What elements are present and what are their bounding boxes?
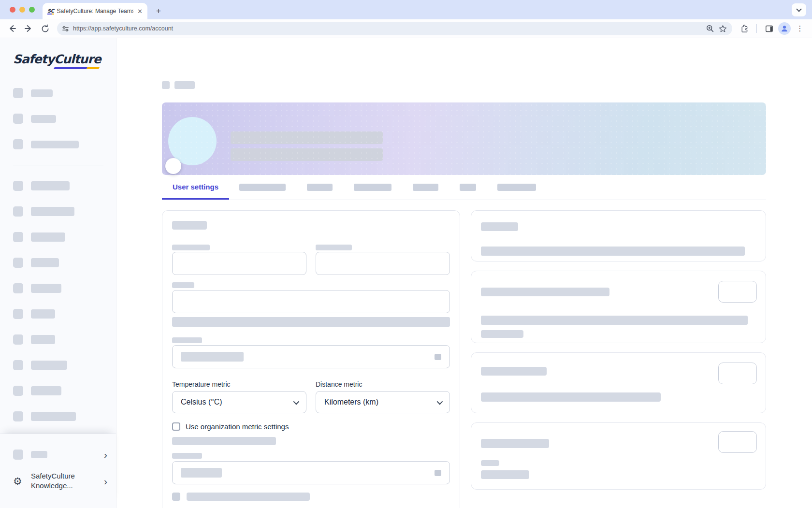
skeleton-icon bbox=[13, 334, 23, 345]
skeleton-bar bbox=[481, 392, 661, 402]
sidebar-footer-skeleton-item[interactable]: › bbox=[13, 450, 107, 460]
close-tab-icon[interactable]: ✕ bbox=[136, 8, 144, 15]
tab-strip-chevron-button[interactable] bbox=[792, 3, 806, 16]
skeleton-icon bbox=[13, 114, 23, 124]
sidebar-skeleton-item bbox=[13, 283, 116, 293]
logo-underline bbox=[54, 67, 100, 69]
sidebar-skeleton-item bbox=[13, 232, 116, 242]
back-button[interactable] bbox=[5, 21, 19, 36]
toolbar-separator bbox=[756, 24, 757, 33]
gear-icon: ⚙ bbox=[13, 476, 23, 486]
card-action-button[interactable] bbox=[718, 363, 757, 384]
org-metric-checkbox[interactable] bbox=[172, 422, 180, 431]
temperature-metric-select[interactable]: Celsius (°C) bbox=[172, 391, 306, 413]
safetyculture-favicon: SC bbox=[47, 8, 54, 15]
text-input[interactable] bbox=[172, 290, 450, 313]
select-icon-skeleton bbox=[435, 354, 441, 360]
checkbox-row-skeleton bbox=[172, 493, 450, 501]
skeleton-bar bbox=[31, 335, 55, 344]
sidebar-skeleton-group-top bbox=[13, 88, 116, 149]
skeleton-bar bbox=[31, 361, 67, 370]
skeleton-bar bbox=[231, 148, 383, 161]
new-tab-button[interactable]: + bbox=[152, 5, 165, 17]
skeleton-bar bbox=[187, 493, 310, 501]
select-icon-skeleton bbox=[435, 470, 441, 476]
app-window: SafetyCulture › ⚙ SafetyCulture Knowledg… bbox=[0, 38, 812, 508]
extensions-button[interactable] bbox=[737, 21, 752, 36]
back-arrow-icon bbox=[10, 26, 15, 31]
skeleton-bar bbox=[181, 352, 244, 362]
tab-user-settings[interactable]: User settings bbox=[162, 175, 229, 200]
temperature-metric-label: Temperature metric bbox=[172, 380, 306, 388]
sidebar-skeleton-item bbox=[13, 334, 116, 345]
forward-button[interactable] bbox=[21, 21, 36, 36]
sidebar-skeleton-item bbox=[13, 88, 116, 98]
settings-tab-bar: User settings bbox=[162, 175, 766, 200]
card-action-button[interactable] bbox=[718, 281, 757, 303]
sidebar-item-knowledge-base[interactable]: ⚙ SafetyCulture Knowledge... › bbox=[13, 471, 107, 491]
url-text: https://app.safetyculture.com/account bbox=[73, 25, 702, 32]
helper-text-skeleton bbox=[172, 437, 276, 445]
text-input[interactable] bbox=[172, 252, 306, 275]
field-label-skeleton bbox=[172, 453, 202, 459]
main-content: User settings bbox=[116, 38, 812, 508]
select-input-loading bbox=[172, 461, 450, 484]
sidebar-skeleton-group-middle bbox=[13, 181, 116, 421]
skeleton-icon bbox=[13, 88, 23, 98]
browser-tab[interactable]: SC SafetyCulture: Manage Teams and... ✕ bbox=[43, 3, 147, 19]
skeleton-icon bbox=[13, 386, 23, 396]
field-label-skeleton bbox=[172, 337, 202, 343]
window-minimize-button[interactable] bbox=[19, 7, 25, 13]
logo-text: SafetyCulture bbox=[13, 52, 101, 66]
forward-arrow-icon bbox=[25, 26, 30, 31]
text-input[interactable] bbox=[316, 252, 450, 275]
info-card-loading bbox=[471, 271, 766, 343]
breadcrumb bbox=[162, 81, 766, 89]
browser-profile-avatar[interactable] bbox=[778, 22, 791, 35]
skeleton-icon bbox=[13, 360, 23, 370]
field-label-skeleton bbox=[172, 282, 194, 288]
bookmark-star-icon[interactable] bbox=[718, 24, 727, 33]
window-zoom-button[interactable] bbox=[29, 7, 35, 13]
safetyculture-logo: SafetyCulture bbox=[13, 53, 101, 69]
window-close-button[interactable] bbox=[10, 7, 15, 13]
sidebar-skeleton-item bbox=[13, 114, 116, 124]
card-action-button[interactable] bbox=[718, 431, 757, 453]
side-panel-icon bbox=[765, 24, 774, 33]
sidebar-divider bbox=[13, 165, 103, 165]
skeleton-bar bbox=[31, 258, 59, 267]
side-panel-button[interactable] bbox=[762, 21, 776, 36]
address-bar[interactable]: https://app.safetyculture.com/account bbox=[57, 22, 732, 35]
skeleton-icon bbox=[13, 411, 23, 421]
tab-skeleton bbox=[354, 184, 392, 191]
skeleton-icon bbox=[13, 139, 23, 149]
reload-button[interactable] bbox=[38, 21, 52, 36]
sidebar-skeleton-item bbox=[13, 258, 116, 268]
chevron-right-icon: › bbox=[104, 450, 107, 460]
card-title-skeleton bbox=[481, 222, 518, 231]
sidebar-skeleton-item bbox=[13, 411, 116, 421]
chevron-down-icon bbox=[437, 398, 443, 405]
user-settings-card: Temperature metric Celsius (°C) Distance… bbox=[162, 210, 460, 508]
avatar-edit-badge-button[interactable] bbox=[165, 158, 181, 174]
skeleton-bar bbox=[481, 470, 529, 479]
skeleton-icon bbox=[13, 309, 23, 319]
field-label-skeleton bbox=[172, 245, 210, 250]
skeleton-bar bbox=[31, 386, 61, 395]
distance-metric-label: Distance metric bbox=[316, 380, 450, 388]
site-settings-icon[interactable] bbox=[62, 25, 69, 32]
zoom-icon[interactable] bbox=[706, 24, 714, 33]
info-card-loading bbox=[471, 352, 766, 413]
sidebar-skeleton-item bbox=[13, 181, 116, 191]
tab-skeleton bbox=[460, 184, 476, 191]
skeleton-bar bbox=[31, 181, 70, 190]
sidebar-skeleton-item bbox=[13, 139, 116, 149]
right-column bbox=[471, 210, 766, 499]
distance-metric-value: Kilometers (km) bbox=[324, 398, 378, 406]
browser-menu-button[interactable]: ⋮ bbox=[793, 21, 807, 36]
card-title-skeleton bbox=[481, 367, 547, 376]
skeleton-bar bbox=[31, 309, 55, 319]
temperature-metric-value: Celsius (°C) bbox=[181, 398, 222, 406]
distance-metric-select[interactable]: Kilometers (km) bbox=[316, 391, 450, 413]
checkbox-skeleton bbox=[172, 493, 180, 501]
